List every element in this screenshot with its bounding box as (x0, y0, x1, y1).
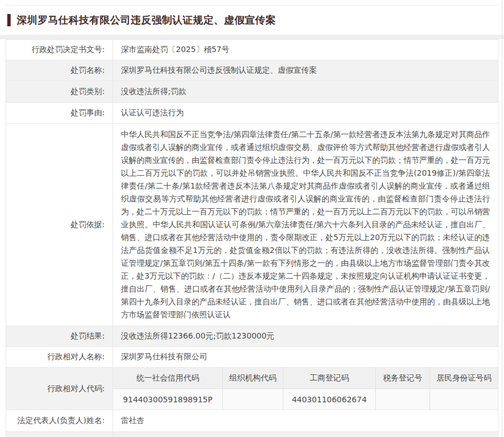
page-header: 深圳罗马仕科技有限公司违反强制认证规定、虚假宣传案 (6, 5, 498, 35)
code-header-credit-code: 统一社会信用代码 (113, 368, 222, 389)
page-title: 深圳罗马仕科技有限公司违反强制认证规定、虚假宣传案 (17, 13, 276, 27)
party-codes-subtable: 统一社会信用代码 组织机构代码 工商登记码 税务登记号 居民身份证号码 9144… (113, 368, 498, 410)
row-label: 行政处罚决定书文号: (6, 40, 113, 60)
page-edge-line (502, 0, 502, 437)
code-value-id-number (430, 389, 498, 410)
row-value: 深市监南处罚〔2025〕稽57号 (113, 40, 498, 60)
table-row-penalty-basis: 处罚依据: 中华人民共和国反不正当竞争法/第四章法律责任/第二十五条/第一款经营… (6, 124, 498, 326)
table-row-party-codes: 行政相对人代码: 统一社会信用代码 组织机构代码 工商登记码 税务登记号 居民身… (6, 368, 498, 410)
row-label: 处罚决定日期: (6, 432, 113, 437)
row-value: 中华人民共和国反不正当竞争法/第四章法律责任/第二十五条/第一款经营者违反本法第… (113, 124, 498, 326)
row-label: 处罚类别: (6, 81, 113, 102)
row-label: 行政相对人代码: (6, 368, 113, 410)
table-row-penalty-result: 处罚结果: 没收违法所得12366.00元;罚款1230000元 (6, 326, 498, 347)
party-codes-grid: 统一社会信用代码 组织机构代码 工商登记码 税务登记号 居民身份证号码 9144… (113, 368, 498, 410)
row-label: 处罚名称: (6, 60, 113, 81)
table-row-document-number: 行政处罚决定书文号: 深市监南处罚〔2025〕稽57号 (6, 40, 498, 60)
row-value: 没收违法所得12366.00元;罚款1230000元 (113, 326, 498, 346)
row-label: 处罚依据: (6, 124, 113, 326)
table-row-decision-date: 处罚决定日期: 2025-12-11 (6, 432, 498, 437)
table-row-legal-representative: 法定代表人(负责人)姓名: 雷社杏 (6, 410, 498, 432)
penalty-detail-table: 行政处罚决定书文号: 深市监南处罚〔2025〕稽57号 处罚名称: 深圳罗马仕科… (6, 39, 498, 437)
table-row-penalty-category: 处罚类别: 没收违法所得;罚款 (6, 81, 498, 103)
row-value: 深圳罗马仕科技有限公司 (113, 347, 498, 367)
section-separator (0, 35, 504, 39)
row-value: 没收违法所得;罚款 (113, 81, 498, 102)
row-value: 雷社杏 (113, 410, 498, 431)
title-accent-bar (7, 14, 11, 26)
table-row-penalty-name: 处罚名称: 深圳罗马仕科技有限公司违反强制认证规定、虚假宣传案 (6, 60, 498, 81)
code-value-tax-reg (375, 389, 430, 410)
code-value-business-reg: 440301106062674 (283, 389, 375, 410)
code-header-id-number: 居民身份证号码 (430, 368, 498, 389)
row-label: 行政相对人名称: (6, 347, 113, 367)
code-header-tax-reg: 税务登记号 (375, 368, 430, 389)
row-value: 认证认可违法行为 (113, 103, 498, 123)
table-row-party-name: 行政相对人名称: 深圳罗马仕科技有限公司 (6, 347, 498, 368)
row-value: 深圳罗马仕科技有限公司违反强制认证规定、虚假宣传案 (113, 60, 498, 81)
row-label: 法定代表人(负责人)姓名: (6, 410, 113, 431)
code-value-credit-code: 91440300591898915P (113, 389, 222, 410)
code-header-org-code: 组织机构代码 (222, 368, 283, 389)
row-value: 2025-12-11 (113, 432, 498, 437)
code-header-business-reg: 工商登记码 (283, 368, 375, 389)
table-row-penalty-reason: 处罚事由: 认证认可违法行为 (6, 103, 498, 124)
row-label: 处罚事由: (6, 103, 113, 123)
row-label: 处罚结果: (6, 326, 113, 346)
code-value-org-code (222, 389, 283, 410)
